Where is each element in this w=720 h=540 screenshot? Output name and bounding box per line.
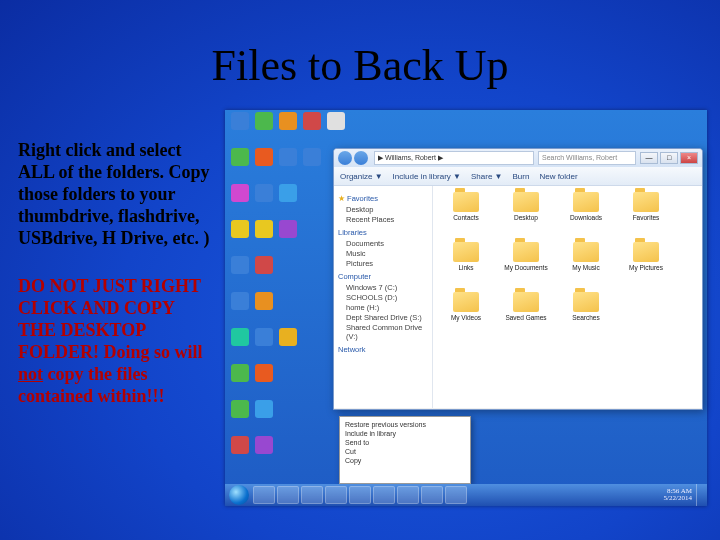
folder-icon bbox=[633, 192, 659, 212]
toolbar-organize[interactable]: Organize ▼ bbox=[340, 172, 383, 181]
sb-c[interactable]: Windows 7 (C:) bbox=[346, 283, 428, 292]
desktop-icon[interactable] bbox=[255, 292, 273, 310]
context-menu-item[interactable]: Copy bbox=[345, 456, 465, 465]
clock-date: 5/22/2014 bbox=[664, 495, 692, 502]
desktop-icon[interactable] bbox=[327, 112, 345, 130]
instruction-paragraph-2: DO NOT JUST RIGHT CLICK AND COPY THE DES… bbox=[18, 276, 216, 408]
taskbar-item[interactable] bbox=[421, 486, 443, 504]
toolbar-share[interactable]: Share ▼ bbox=[471, 172, 503, 181]
folder-item[interactable]: My Pictures bbox=[617, 242, 675, 288]
taskbar-item[interactable] bbox=[397, 486, 419, 504]
folder-icon bbox=[573, 242, 599, 262]
minimize-button[interactable]: — bbox=[640, 152, 658, 164]
desktop-icon[interactable] bbox=[231, 328, 249, 346]
desktop-icon[interactable] bbox=[231, 436, 249, 454]
desktop-icon[interactable] bbox=[231, 112, 249, 130]
slide: Files to Back Up Right click and select … bbox=[0, 0, 720, 540]
sb-d[interactable]: SCHOOLS (D:) bbox=[346, 293, 428, 302]
toolbar-include[interactable]: Include in library ▼ bbox=[393, 172, 461, 181]
nav-forward-button[interactable] bbox=[354, 151, 368, 165]
desktop-icon[interactable] bbox=[255, 364, 273, 382]
toolbar-newfolder[interactable]: New folder bbox=[539, 172, 577, 181]
context-menu-item[interactable]: Cut bbox=[345, 447, 465, 456]
taskbar-item[interactable] bbox=[445, 486, 467, 504]
explorer-sidebar: ★ Favorites Desktop Recent Places Librar… bbox=[334, 186, 433, 408]
folder-item[interactable]: Contacts bbox=[437, 192, 495, 238]
context-menu-item[interactable]: Send to bbox=[345, 438, 465, 447]
sb-h-drive[interactable]: home (H:) bbox=[346, 303, 428, 312]
explorer-window: ▶ Williams, Robert ▶ Search Williams, Ro… bbox=[333, 148, 703, 410]
context-menu: Restore previous versionsInclude in libr… bbox=[339, 416, 471, 484]
sb-libraries[interactable]: Libraries bbox=[338, 228, 428, 237]
desktop-icon[interactable] bbox=[255, 400, 273, 418]
folder-icon bbox=[453, 242, 479, 262]
desktop-icon[interactable] bbox=[231, 400, 249, 418]
folder-item[interactable]: Favorites bbox=[617, 192, 675, 238]
desktop-icon[interactable] bbox=[303, 112, 321, 130]
desktop-icon[interactable] bbox=[279, 220, 297, 238]
sb-v[interactable]: Shared Common Drive (V:) bbox=[346, 323, 428, 341]
sb-recent[interactable]: Recent Places bbox=[346, 215, 428, 224]
folder-icon bbox=[513, 242, 539, 262]
context-menu-item[interactable]: Restore previous versions bbox=[345, 420, 465, 429]
desktop-icon[interactable] bbox=[279, 148, 297, 166]
instructions-column: Right click and select ALL of the folder… bbox=[18, 140, 216, 407]
maximize-button[interactable]: □ bbox=[660, 152, 678, 164]
folder-item[interactable]: Desktop bbox=[497, 192, 555, 238]
folder-item[interactable]: Saved Games bbox=[497, 292, 555, 338]
desktop-icon[interactable] bbox=[255, 184, 273, 202]
nav-back-button[interactable] bbox=[338, 151, 352, 165]
desktop-icon[interactable] bbox=[255, 256, 273, 274]
sb-s[interactable]: Dept Shared Drive (S:) bbox=[346, 313, 428, 322]
folder-item[interactable]: Downloads bbox=[557, 192, 615, 238]
folder-label: My Documents bbox=[504, 264, 547, 271]
folder-item[interactable]: My Documents bbox=[497, 242, 555, 288]
desktop-icon[interactable] bbox=[255, 328, 273, 346]
sb-music[interactable]: Music bbox=[346, 249, 428, 258]
folder-item[interactable]: Searches bbox=[557, 292, 615, 338]
taskbar-item[interactable] bbox=[277, 486, 299, 504]
taskbar-item[interactable] bbox=[373, 486, 395, 504]
folder-item[interactable]: My Videos bbox=[437, 292, 495, 338]
desktop-icon[interactable] bbox=[255, 220, 273, 238]
sb-favorites[interactable]: Favorites bbox=[347, 194, 378, 203]
desktop-icon[interactable] bbox=[255, 436, 273, 454]
folder-label: Desktop bbox=[514, 214, 538, 221]
sb-network[interactable]: Network bbox=[338, 345, 428, 354]
address-bar[interactable]: ▶ Williams, Robert ▶ bbox=[374, 151, 534, 165]
start-orb[interactable] bbox=[229, 485, 249, 505]
folder-item[interactable]: My Music bbox=[557, 242, 615, 288]
close-button[interactable]: × bbox=[680, 152, 698, 164]
desktop-icon[interactable] bbox=[231, 148, 249, 166]
show-desktop-button[interactable] bbox=[696, 484, 703, 506]
folder-label: Downloads bbox=[570, 214, 602, 221]
sb-computer[interactable]: Computer bbox=[338, 272, 428, 281]
desktop-icon[interactable] bbox=[255, 112, 273, 130]
desktop-icon[interactable] bbox=[279, 328, 297, 346]
desktop-icon[interactable] bbox=[231, 184, 249, 202]
toolbar-burn[interactable]: Burn bbox=[513, 172, 530, 181]
taskbar-item[interactable] bbox=[253, 486, 275, 504]
desktop-icon[interactable] bbox=[231, 256, 249, 274]
folder-icon bbox=[453, 192, 479, 212]
taskbar-item[interactable] bbox=[349, 486, 371, 504]
clock[interactable]: 8:56 AM 5/22/2014 bbox=[664, 488, 696, 503]
desktop-icon[interactable] bbox=[255, 148, 273, 166]
context-menu-item[interactable]: Include in library bbox=[345, 429, 465, 438]
search-box[interactable]: Search Williams, Robert bbox=[538, 151, 636, 165]
desktop-screenshot: ▶ Williams, Robert ▶ Search Williams, Ro… bbox=[225, 110, 707, 506]
sb-pictures[interactable]: Pictures bbox=[346, 259, 428, 268]
desktop-icon[interactable] bbox=[279, 184, 297, 202]
desktop-icon[interactable] bbox=[231, 220, 249, 238]
sb-desktop[interactable]: Desktop bbox=[346, 205, 428, 214]
desktop-icon[interactable] bbox=[231, 292, 249, 310]
folder-label: My Music bbox=[572, 264, 599, 271]
system-tray: 8:56 AM 5/22/2014 bbox=[664, 484, 703, 506]
taskbar-item[interactable] bbox=[325, 486, 347, 504]
folder-item[interactable]: Links bbox=[437, 242, 495, 288]
taskbar-item[interactable] bbox=[301, 486, 323, 504]
desktop-icon[interactable] bbox=[231, 364, 249, 382]
desktop-icon[interactable] bbox=[303, 148, 321, 166]
sb-documents[interactable]: Documents bbox=[346, 239, 428, 248]
desktop-icon[interactable] bbox=[279, 112, 297, 130]
